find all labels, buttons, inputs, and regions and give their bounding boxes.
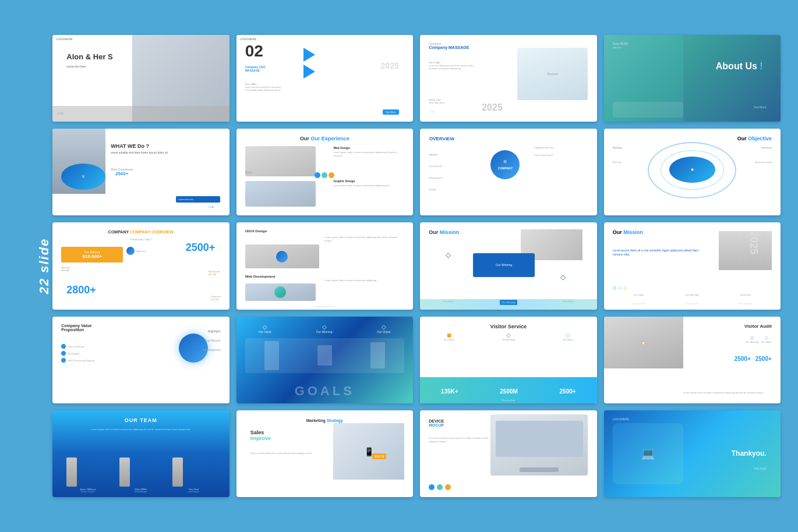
slide-13-items: Fast and Secure Top Quality 24/7 Profess… — [61, 344, 94, 363]
slide-19-device — [490, 414, 588, 475]
slide-15[interactable]: Visitor Service ◼ Our Vision ◇ Our Winni… — [420, 317, 597, 403]
arrow-blue-2 — [303, 65, 315, 79]
slide-17-title: OUR TEAM — [52, 417, 229, 423]
slide-16-icons: ◇ Our Winning ◇ Our Value — [746, 335, 772, 343]
slide-10-text2: Lorem ipsum dolor sit amet consectetur a… — [324, 279, 404, 282]
slide-16-img: 📋 — [604, 317, 684, 369]
slide-5[interactable]: WHAT WE Do ? some subtitle text here lor… — [52, 129, 229, 215]
slide-8-center: ★ — [669, 157, 715, 183]
slide-20-logo: LOGOHERE — [613, 417, 629, 421]
slide-1-year: 2025 — [57, 112, 63, 116]
slide-3-name: Nikole JackCEO Title Here — [429, 98, 444, 104]
slide-11-bottom-bar — [420, 299, 597, 310]
slide-9-orange: The Industry$10.000+ — [61, 247, 123, 263]
slide-10-url: www.website.com — [236, 305, 414, 308]
slide-1-title: Alon & Her S — [66, 52, 112, 62]
logo-1: LOGOHERE — [56, 37, 73, 41]
slide-2-num: 02 — [245, 42, 263, 61]
slide-18[interactable]: Marketing Strategy Sales Improve Step a … — [236, 410, 414, 497]
slide-16-stats: 2500+ 2500+ — [735, 356, 772, 362]
slide-10-title: UI/UX Design — [245, 229, 267, 233]
slide-19-header: DEVICE MOCUP — [429, 419, 444, 427]
slide-7-right-labels: Highlight text here Some text record — [535, 146, 588, 157]
slide-1-sub: some text here — [66, 65, 112, 69]
slide-12-img — [719, 231, 772, 270]
slide-7[interactable]: Company OVERVIEW Highlight True Record D… — [420, 129, 597, 215]
slide-7-labels: Highlight True Record Development Qualit… — [429, 153, 443, 191]
slide-11-dots: · · · · · — [560, 227, 588, 237]
slide-11[interactable]: Our Mission · · · · · ◇ Our Winning ◇ Ou… — [420, 222, 597, 309]
slide-9-financial: Financial$20.0M — [211, 295, 220, 301]
slide-17-photo-1 — [66, 457, 77, 487]
logo-2: LOGOHERE — [240, 37, 257, 41]
slide-4-title: About Us ! — [716, 61, 763, 72]
slide-8[interactable]: Our Objective Strategy Start Up Overview… — [604, 129, 781, 215]
slide-15-stats: 135K+ 2500M 2500+ — [420, 388, 597, 395]
slide-2-body: We're MBCsome text here that fits in thi… — [245, 83, 281, 91]
slide-11-blue-box: Our Winning — [473, 253, 535, 278]
slide-14-goals: GOALS — [236, 384, 414, 399]
slide-10[interactable]: UI/UX Design Lorem ipsum dolor sit amet … — [236, 222, 414, 309]
slide-9-interest: Net Interest$55.0M — [209, 270, 221, 276]
slide-16[interactable]: 📋 Visitor Audit ◇ Our Winning ◇ Our Valu… — [604, 317, 781, 403]
slide-count-label: 22 slide — [37, 238, 52, 295]
slide-15-stat-2: 2500M — [500, 388, 518, 395]
slide-17[interactable]: OUR TEAM Lorem ipsum dolor sit amet cons… — [52, 410, 229, 497]
slide-11-vision-icon: ◇ — [429, 249, 468, 261]
slide-15-title: Visitor Service — [420, 324, 597, 329]
slide-6-year: 2019 ↑ — [245, 171, 254, 174]
slide-3[interactable]: Company Company MASSAGE We're MBCsome te… — [420, 35, 597, 122]
slide-3-year: 2025 — [482, 102, 503, 113]
slide-8-title: Our Objective — [737, 136, 772, 141]
slide-9-num2: 2800+ — [66, 284, 96, 296]
slide-7-circle: ≡COMPANY — [490, 150, 520, 179]
slide-12[interactable]: Our Mission 2025 Lorem ipsum dolor sit a… — [604, 222, 781, 309]
slide-20[interactable]: LOGOHERE 💻 Thankyou. THE END — [604, 410, 781, 497]
slide-3-image: Person — [517, 48, 588, 100]
slide-13[interactable]: Company ValueProposition Fast and Secure… — [52, 317, 229, 403]
slide-12-footer: Our Value Our Winning Start Here — [613, 293, 772, 296]
slide-3-title: Company MASSAGE — [429, 45, 469, 49]
slide-11-value-icon: ◇ — [543, 270, 582, 283]
slide-5-sub: some subtitle text here lorem ipsum dolo… — [111, 151, 169, 155]
slide-1[interactable]: LOGOHERE Alon & Her S some text here 202… — [52, 35, 229, 122]
slide-10-text1: Lorem ipsum dolor sit amet consectetur a… — [324, 236, 404, 243]
slide-6-img2 — [245, 181, 316, 207]
slide-17-role-2: Global Manager — [119, 491, 163, 493]
slide-6-title: Our Our Experience — [236, 136, 414, 141]
slide-18-body: Step a social media into a real professi… — [250, 452, 317, 455]
slide-17-photo-3 — [172, 457, 183, 487]
slide-2-subtitle: Company CEOMASSAGE — [245, 65, 266, 72]
slide-9[interactable]: COMPANY COMPANY OVERVIEW THE AGENCY FACT… — [52, 222, 229, 309]
slide-15-icons: ◼ Our Vision ◇ Our Winning ◇ Our Value — [420, 332, 597, 341]
slide-5-arrow: → — [207, 202, 215, 211]
slide-17-photos: James Williams Software Engineer Ethan M… — [52, 457, 229, 493]
slide-2[interactable]: LOGOHERE 02 Company CEOMASSAGE We're MBC… — [236, 35, 414, 122]
slide-12-body: Lorem ipsum dolor sit a mat constrller A… — [613, 249, 710, 257]
slide-13-highlight: Highlight True Record Development — [203, 329, 220, 352]
slide-2-year: 2025 — [381, 61, 399, 70]
slide-16-stat-1: 2500+ — [735, 356, 751, 362]
slide-9-num1: 2500+ — [186, 242, 216, 254]
slide-19[interactable]: DEVICE MOCUP In a mat constrller Lorem i… — [420, 410, 597, 497]
slide-19-buttons — [429, 484, 451, 490]
slide-12-title: Our Mission — [613, 229, 643, 235]
slide-2-btn[interactable]: See More — [383, 109, 398, 115]
slide-6[interactable]: Our Our Experience Web Design Lorem ipsu… — [236, 129, 414, 215]
slide-6-text2: Graphic Design Lorem ipsum dolor sit ame… — [333, 179, 404, 187]
slide-18-improve-text: Improve — [250, 435, 271, 441]
slide-19-body: In a mat constrller Lorem ipsum is a mat… — [429, 437, 496, 444]
slide-19-subtitle: MOCUP — [429, 423, 444, 427]
slide-18-sales: Sales Improve — [250, 430, 271, 441]
slide-6-img1 — [245, 146, 316, 176]
slide-9-circles: Advisory — [126, 247, 145, 255]
slide-4[interactable]: Extra HEREtitle here About Us ! See More — [604, 35, 781, 122]
slides-grid: LOGOHERE Alon & Her S some text here 202… — [52, 35, 781, 497]
slide-10-subtitle: Web Development — [245, 275, 276, 278]
slide-18-img: 📱 — [333, 423, 404, 480]
slide-14[interactable]: ◇ Our Value ◇ Our Winning ◇ Our Vision G… — [236, 317, 414, 403]
slide-18-tag: $90 Off — [372, 453, 386, 459]
slide-7-header: Company OVERVIEW — [429, 136, 439, 139]
slide-10-img1 — [245, 244, 319, 269]
slide-14-labels: ◇ Our Value ◇ Our Winning ◇ Our Vision — [236, 324, 414, 334]
